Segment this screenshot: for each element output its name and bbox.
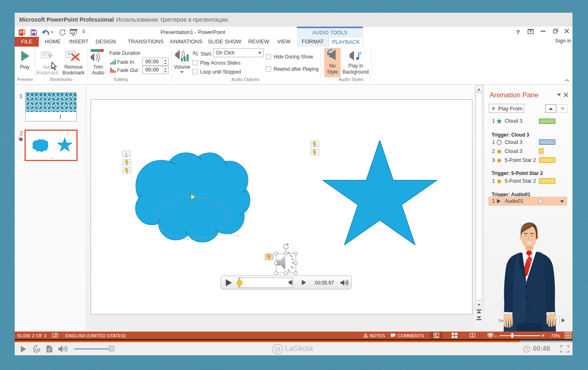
svg-text:10: 10	[35, 348, 39, 352]
svg-text:P: P	[20, 30, 22, 35]
